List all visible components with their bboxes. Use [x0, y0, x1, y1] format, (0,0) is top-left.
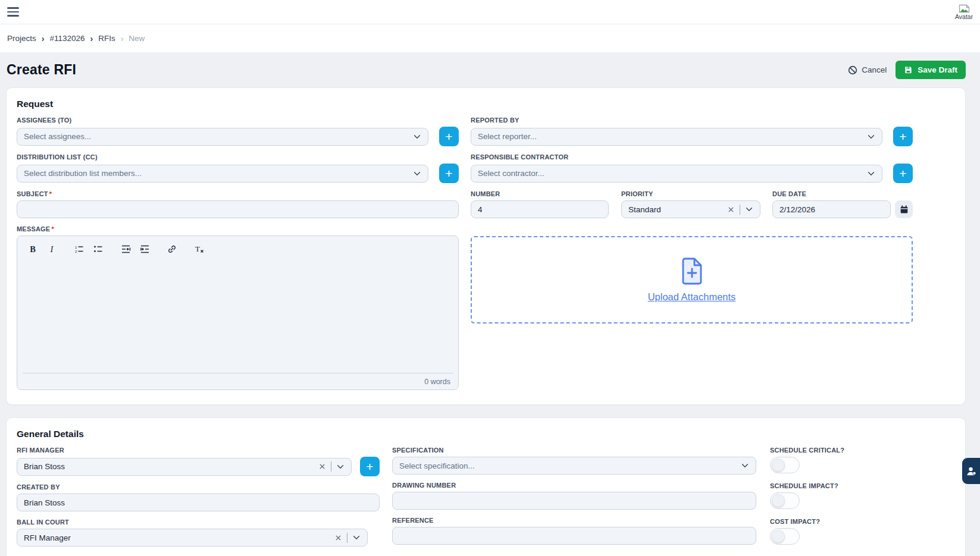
contractor-label: RESPONSIBLE CONTRACTOR — [471, 153, 913, 161]
chevron-down-icon — [867, 133, 875, 141]
plus-icon: + — [899, 167, 906, 180]
hamburger-menu-icon[interactable] — [7, 4, 23, 20]
save-icon — [904, 65, 913, 74]
ball-in-court-select[interactable]: RFI Manager — [17, 529, 368, 546]
add-rfi-manager-button[interactable]: + — [360, 457, 380, 476]
priority-value: Standard — [628, 205, 661, 214]
message-field: MESSAGE* B I 12 — [17, 225, 459, 390]
page-title: Create RFI — [7, 62, 76, 78]
subject-field: SUBJECT* — [17, 190, 459, 218]
avatar-alt-text: Avatar — [955, 13, 973, 20]
add-distribution-button[interactable]: + — [439, 164, 459, 183]
breadcrumb-rfis[interactable]: RFIs — [98, 34, 115, 43]
cost-impact-label: COST IMPACT? — [770, 518, 920, 525]
upload-attachments-dropzone[interactable]: Upload Attachments — [471, 236, 913, 323]
plus-icon: + — [366, 460, 373, 473]
avatar[interactable]: Avatar — [954, 4, 974, 20]
general-details-title: General Details — [17, 429, 965, 439]
upload-attachments-link[interactable]: Upload Attachments — [648, 291, 736, 303]
breadcrumb-separator: › — [42, 34, 45, 43]
rfi-manager-label: RFI MANAGER — [17, 447, 380, 454]
cancel-button[interactable]: Cancel — [848, 65, 887, 75]
breadcrumb-projects[interactable]: Projects — [7, 34, 36, 43]
broken-image-icon — [959, 4, 970, 13]
specification-placeholder: Select specification... — [399, 461, 475, 470]
assignees-label: ASSIGNEES (TO) — [17, 117, 459, 124]
breadcrumb-separator: › — [121, 34, 124, 43]
bold-icon[interactable]: B — [25, 241, 40, 257]
required-asterisk: * — [49, 190, 52, 197]
chevron-down-icon[interactable] — [352, 533, 361, 542]
priority-label: PRIORITY — [621, 190, 760, 197]
cost-impact-field: COST IMPACT? — [770, 518, 920, 546]
priority-select[interactable]: Standard — [621, 200, 760, 218]
subject-input[interactable] — [17, 200, 459, 218]
assignees-field: ASSIGNEES (TO) Select assignees... + — [17, 117, 459, 146]
contractor-select[interactable]: Select contractor... — [471, 165, 882, 183]
schedule-critical-label: SCHEDULE CRITICAL? — [770, 447, 920, 454]
subject-label: SUBJECT* — [17, 190, 459, 197]
specification-select[interactable]: Select specification... — [392, 457, 756, 475]
clear-icon[interactable] — [318, 463, 326, 470]
required-asterisk: * — [51, 225, 54, 233]
chevron-down-icon — [413, 169, 421, 178]
chevron-down-icon[interactable] — [336, 463, 345, 471]
specification-field: SPECIFICATION Select specification... — [392, 447, 756, 475]
outdent-icon[interactable] — [118, 241, 133, 257]
italic-icon[interactable]: I — [44, 241, 60, 257]
plus-icon: + — [445, 167, 452, 180]
due-date-input[interactable] — [772, 200, 891, 218]
drawing-number-input[interactable] — [392, 492, 756, 510]
schedule-impact-field: SCHEDULE IMPACT? — [770, 482, 920, 511]
clear-formatting-icon[interactable]: T — [192, 241, 207, 257]
bullet-list-icon[interactable] — [90, 241, 106, 257]
ordered-list-icon[interactable]: 12 — [71, 241, 87, 257]
drawing-number-field: DRAWING NUMBER — [392, 482, 756, 510]
due-date-field: DUE DATE — [772, 190, 913, 218]
rfi-manager-select[interactable]: Brian Stoss — [17, 458, 352, 476]
assignees-placeholder: Select assignees... — [24, 132, 91, 141]
add-contractor-button[interactable]: + — [893, 164, 913, 183]
number-input[interactable] — [471, 200, 609, 218]
reported-by-select[interactable]: Select reporter... — [471, 128, 882, 146]
reported-by-placeholder: Select reporter... — [478, 132, 537, 141]
word-count: 0 words — [424, 378, 453, 386]
schedule-impact-toggle[interactable] — [770, 492, 800, 509]
assignees-select[interactable]: Select assignees... — [17, 128, 428, 146]
chevron-down-icon[interactable] — [745, 205, 753, 213]
chevron-down-icon — [741, 461, 749, 470]
indent-icon[interactable] — [137, 241, 152, 257]
general-details-section: General Details RFI MANAGER Brian Stoss — [6, 417, 966, 556]
calendar-button[interactable] — [895, 200, 913, 218]
contractor-placeholder: Select contractor... — [478, 169, 544, 178]
breadcrumb-project-number[interactable]: #1132026 — [49, 34, 84, 43]
clear-icon[interactable] — [334, 534, 342, 542]
save-draft-button[interactable]: Save Draft — [896, 61, 966, 79]
save-draft-label: Save Draft — [918, 65, 957, 74]
top-bar: Avatar — [0, 0, 980, 24]
svg-text:2: 2 — [75, 250, 77, 253]
schedule-critical-toggle[interactable] — [770, 457, 800, 473]
reference-input[interactable] — [392, 527, 756, 545]
plus-icon: + — [445, 130, 452, 143]
clear-icon[interactable] — [727, 206, 735, 213]
svg-text:T: T — [195, 244, 200, 253]
add-assignee-button[interactable]: + — [439, 127, 459, 146]
message-input[interactable] — [17, 258, 458, 373]
due-date-label: DUE DATE — [772, 190, 913, 197]
rfi-manager-value: Brian Stoss — [24, 462, 65, 471]
breadcrumb: Projects › #1132026 › RFIs › New — [0, 24, 980, 52]
distribution-select[interactable]: Select distribution list members... — [17, 165, 428, 183]
drawing-number-label: DRAWING NUMBER — [392, 482, 756, 489]
specification-label: SPECIFICATION — [392, 447, 756, 454]
link-icon[interactable] — [164, 241, 180, 257]
page-header: Create RFI Cancel Save Draft — [6, 52, 966, 87]
cancel-label: Cancel — [862, 65, 887, 74]
add-reporter-button[interactable]: + — [893, 127, 913, 146]
editor-toolbar: B I 12 — [17, 236, 458, 258]
ball-in-court-label: BALL IN COURT — [17, 519, 380, 526]
support-widget-button[interactable] — [962, 458, 980, 484]
cost-impact-toggle[interactable] — [770, 528, 800, 545]
file-plus-icon — [678, 257, 706, 285]
request-section-title: Request — [17, 99, 965, 109]
